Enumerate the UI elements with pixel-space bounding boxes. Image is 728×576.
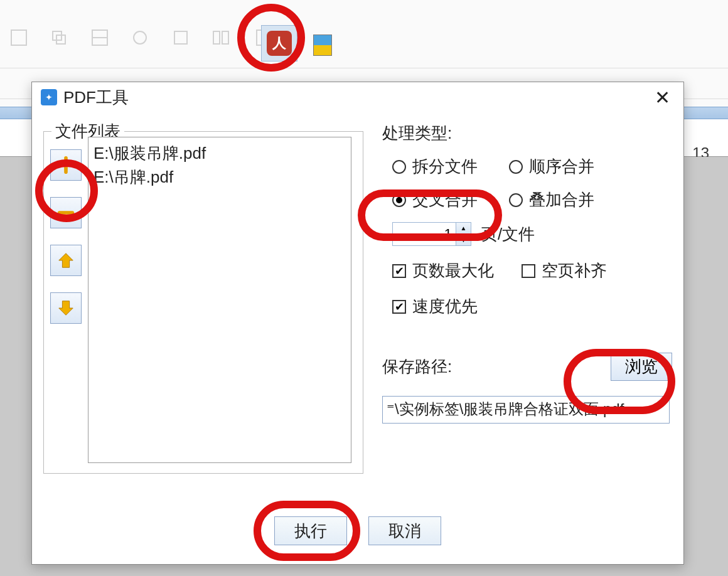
- radio-icon: [509, 160, 523, 174]
- dialog-titlebar: PDF工具 ✕: [32, 82, 683, 112]
- save-path-field[interactable]: ⁼\实例标签\服装吊牌合格证双面.pdf: [382, 396, 670, 424]
- tool-generic-4[interactable]: [127, 25, 153, 50]
- radio-label: 拆分文件: [412, 156, 478, 178]
- radio-cross-merge[interactable]: 交叉合并: [392, 189, 478, 211]
- radio-label: 叠加合并: [529, 189, 594, 211]
- checkbox-speed-first[interactable]: 速度优先: [392, 296, 478, 317]
- svg-rect-6: [174, 31, 187, 44]
- minus-icon: [56, 203, 75, 222]
- radio-seq-merge[interactable]: 顺序合并: [509, 156, 594, 178]
- file-list-box[interactable]: E:\服装吊牌.pdf E:\吊牌.pdf: [88, 137, 351, 463]
- svg-point-5: [134, 31, 146, 44]
- svg-rect-7: [213, 31, 220, 44]
- checkbox-icon: [522, 264, 535, 278]
- radio-overlay-merge[interactable]: 叠加合并: [509, 189, 594, 211]
- svg-rect-0: [11, 30, 26, 45]
- spinner-up[interactable]: ▲: [456, 223, 471, 235]
- plus-icon: [56, 156, 75, 174]
- arrow-up-icon: [56, 251, 75, 270]
- tool-palette-button[interactable]: [310, 33, 335, 58]
- checkbox-label: 页数最大化: [412, 260, 494, 282]
- pages-input[interactable]: [393, 223, 456, 245]
- main-toolbar: [0, 21, 728, 59]
- pdf-icon: 人: [267, 31, 292, 56]
- checkbox-blank-fill[interactable]: 空页补齐: [522, 260, 607, 282]
- pdf-tool-dialog: PDF工具 ✕ 文件列表 E:\服装吊牌.pdf: [31, 82, 684, 565]
- process-type-label: 处理类型:: [382, 122, 672, 144]
- move-down-button[interactable]: [50, 292, 82, 324]
- pdf-tool-button[interactable]: 人: [261, 25, 297, 61]
- radio-label: 顺序合并: [529, 156, 594, 178]
- radio-icon: [509, 193, 523, 207]
- tool-generic-3[interactable]: [87, 25, 112, 50]
- list-item[interactable]: E:\吊牌.pdf: [94, 165, 346, 189]
- remove-file-button[interactable]: [50, 197, 82, 228]
- checkbox-max-pages[interactable]: 页数最大化: [392, 260, 494, 282]
- pages-unit-label: 页/文件: [481, 223, 535, 245]
- tool-generic-6[interactable]: [208, 25, 233, 50]
- browse-button[interactable]: 浏览: [611, 353, 672, 381]
- svg-rect-8: [222, 31, 228, 44]
- radio-icon: [392, 193, 406, 207]
- file-list-group: 文件列表 E:\服装吊牌.pdf E:\吊牌.pdf: [43, 131, 363, 474]
- dialog-title: PDF工具: [63, 87, 129, 109]
- tool-generic-5[interactable]: [168, 25, 193, 50]
- cancel-button[interactable]: 取消: [368, 516, 441, 545]
- execute-button[interactable]: 执行: [274, 516, 347, 545]
- arrow-down-icon: [56, 299, 75, 317]
- tool-generic-2[interactable]: [46, 25, 72, 50]
- checkbox-label: 空页补齐: [542, 260, 607, 282]
- list-item[interactable]: E:\服装吊牌.pdf: [94, 141, 346, 165]
- checkbox-icon: [392, 264, 406, 278]
- tool-generic-1[interactable]: [6, 25, 31, 50]
- move-up-button[interactable]: [50, 245, 82, 276]
- options-panel: 处理类型: 拆分文件 顺序合并 交叉合并 叠加合并: [382, 122, 672, 424]
- save-path-label: 保存路径:: [382, 356, 452, 378]
- dialog-icon: [41, 89, 57, 105]
- add-file-button[interactable]: [50, 149, 82, 181]
- radio-icon: [392, 160, 406, 174]
- radio-split[interactable]: 拆分文件: [392, 156, 478, 178]
- spinner-down[interactable]: ▼: [456, 235, 471, 246]
- checkbox-label: 速度优先: [412, 296, 478, 317]
- close-button[interactable]: ✕: [650, 85, 675, 110]
- radio-label: 交叉合并: [412, 189, 478, 211]
- checkbox-icon: [392, 300, 406, 314]
- pages-spinner[interactable]: ▲ ▼: [392, 222, 471, 246]
